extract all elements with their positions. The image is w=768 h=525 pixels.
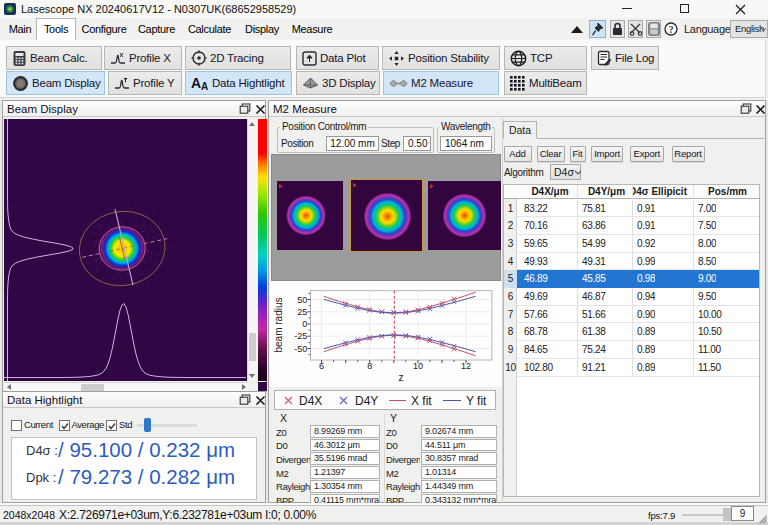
svg-text:25: 25 bbox=[297, 307, 307, 317]
svg-text:8: 8 bbox=[367, 361, 372, 371]
svg-text:A: A bbox=[201, 81, 208, 91]
svg-text:0: 0 bbox=[302, 319, 307, 329]
svg-text:12: 12 bbox=[461, 361, 471, 371]
svg-text:z: z bbox=[399, 372, 404, 383]
svg-text:10: 10 bbox=[413, 361, 423, 371]
svg-text:A: A bbox=[191, 76, 201, 90]
svg-text:beam radius: beam radius bbox=[273, 297, 284, 352]
svg-text:-50: -50 bbox=[294, 344, 307, 354]
svg-text:50: 50 bbox=[297, 295, 307, 305]
svg-text:?: ? bbox=[669, 25, 674, 35]
svg-text:-25: -25 bbox=[294, 331, 307, 341]
svg-text:6: 6 bbox=[319, 361, 324, 371]
